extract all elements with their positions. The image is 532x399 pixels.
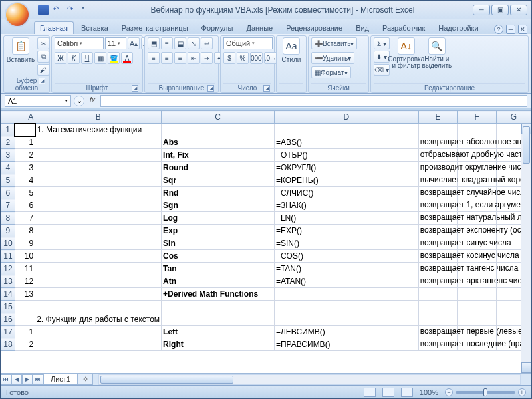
cell[interactable]: Log: [162, 212, 275, 225]
cell[interactable]: [35, 338, 162, 351]
cell[interactable]: возвращает тангенс числа: [418, 263, 458, 275]
close-button[interactable]: ✕: [510, 5, 527, 15]
cell[interactable]: =ПРАВСИМВ(): [274, 338, 418, 351]
cell[interactable]: Abs: [162, 136, 275, 149]
cell[interactable]: [418, 288, 458, 301]
expand-formula-icon[interactable]: ⌄: [74, 96, 84, 106]
cell[interactable]: 2. Функции для работы с текстом: [35, 313, 162, 326]
fx-icon[interactable]: fx: [87, 96, 98, 106]
increase-decimal-button[interactable]: .0→: [264, 52, 277, 64]
cell[interactable]: =ЛЕВСИМВ(): [274, 326, 418, 338]
tab-prev-icon[interactable]: ◀: [11, 374, 22, 385]
row-header[interactable]: 8: [1, 212, 15, 225]
zoom-out-button[interactable]: −: [445, 388, 453, 396]
cell[interactable]: Atn: [162, 275, 275, 288]
row-header[interactable]: 5: [1, 174, 15, 187]
cell[interactable]: [35, 187, 162, 200]
cell[interactable]: =TAN(): [274, 263, 418, 275]
view-pagebreak-button[interactable]: [401, 388, 413, 397]
vscroll-thumb[interactable]: [523, 126, 530, 164]
vertical-scrollbar[interactable]: [521, 124, 531, 373]
accounting-button[interactable]: $: [223, 52, 235, 64]
cell[interactable]: [35, 149, 162, 162]
cell[interactable]: 4: [15, 174, 35, 187]
format-painter-button[interactable]: 🖌: [37, 64, 49, 76]
cell[interactable]: Sgn: [162, 200, 275, 212]
clipboard-launcher[interactable]: ◢: [39, 78, 45, 84]
cell[interactable]: Int, Fix: [162, 149, 275, 162]
cell[interactable]: [35, 136, 162, 149]
row-header[interactable]: 16: [1, 313, 15, 326]
cell[interactable]: [274, 313, 418, 326]
mdi-minimize-icon[interactable]: ─: [506, 25, 515, 34]
row-header[interactable]: 6: [1, 187, 15, 200]
font-launcher[interactable]: ◢: [132, 85, 138, 92]
row-header[interactable]: 15: [1, 301, 15, 313]
cell[interactable]: [35, 225, 162, 237]
cell[interactable]: возвращает 1, если аргумент бо: [418, 200, 458, 212]
cell[interactable]: [35, 250, 162, 263]
underline-button[interactable]: Ч: [81, 52, 93, 64]
cell[interactable]: =ATAN(): [274, 275, 418, 288]
cell[interactable]: 1. Математические функции: [35, 124, 162, 136]
cell[interactable]: возвращает первые (левые) нес: [418, 326, 458, 338]
cell[interactable]: [418, 313, 458, 326]
cell[interactable]: Sin: [162, 237, 275, 250]
col-header-A[interactable]: A: [15, 111, 35, 124]
cell[interactable]: 5: [15, 187, 35, 200]
col-header-E[interactable]: E: [418, 111, 458, 124]
row-header[interactable]: 9: [1, 225, 15, 237]
paste-button[interactable]: 📋 Вставить: [7, 37, 35, 63]
tab-data[interactable]: Данные: [240, 21, 279, 34]
increase-indent-button[interactable]: ⇥: [201, 52, 213, 64]
cell[interactable]: [162, 301, 275, 313]
cell[interactable]: 12: [15, 275, 35, 288]
cell[interactable]: производит округление числа в: [418, 162, 458, 174]
cell[interactable]: [15, 301, 35, 313]
row-header[interactable]: 17: [1, 326, 15, 338]
office-button[interactable]: [5, 2, 30, 27]
cell[interactable]: Cos: [162, 250, 275, 263]
cell[interactable]: [458, 301, 496, 313]
cell[interactable]: 9: [15, 237, 35, 250]
cell[interactable]: 1: [15, 326, 35, 338]
row-header[interactable]: 10: [1, 237, 15, 250]
formula-input[interactable]: [100, 95, 527, 107]
cell[interactable]: [418, 124, 458, 136]
cell[interactable]: возвращает последние (правые: [418, 338, 458, 351]
grow-font-button[interactable]: A▴: [128, 37, 140, 49]
font-size-combo[interactable]: 11▾: [105, 37, 126, 49]
cell[interactable]: [35, 326, 162, 338]
autosum-button[interactable]: Σ ▾: [374, 37, 390, 49]
horizontal-scrollbar[interactable]: [98, 374, 521, 385]
cell[interactable]: =COS(): [274, 250, 418, 263]
new-sheet-button[interactable]: ✧: [78, 374, 93, 385]
row-header[interactable]: 2: [1, 136, 15, 149]
tab-home[interactable]: Главная: [34, 21, 74, 34]
percent-button[interactable]: %: [237, 52, 249, 64]
name-box[interactable]: A1▾: [5, 95, 71, 107]
tab-formulas[interactable]: Формулы: [196, 21, 239, 34]
row-header[interactable]: 3: [1, 149, 15, 162]
styles-button[interactable]: Aa Стили: [279, 37, 303, 63]
cell[interactable]: [162, 313, 275, 326]
align-left-button[interactable]: ≡: [148, 52, 160, 64]
cell[interactable]: [458, 313, 496, 326]
zoom-level[interactable]: 100%: [420, 388, 438, 396]
minimize-button[interactable]: ─: [473, 5, 490, 15]
cell[interactable]: 11: [15, 263, 35, 275]
col-header-F[interactable]: F: [458, 111, 496, 124]
help-icon[interactable]: ?: [494, 25, 503, 34]
cell[interactable]: 3: [15, 162, 35, 174]
col-header-C[interactable]: C: [162, 111, 275, 124]
row-header[interactable]: 13: [1, 275, 15, 288]
cut-button[interactable]: ✂: [37, 37, 49, 49]
cell[interactable]: 10: [15, 250, 35, 263]
cell[interactable]: [274, 124, 418, 136]
tab-next-icon[interactable]: ▶: [22, 374, 33, 385]
clear-button[interactable]: ⌫ ▾: [374, 64, 390, 76]
decrease-indent-button[interactable]: ⇤: [188, 52, 200, 64]
tab-addins[interactable]: Надстройки: [432, 21, 484, 34]
cell[interactable]: 1: [15, 136, 35, 149]
cell[interactable]: 2: [15, 338, 35, 351]
